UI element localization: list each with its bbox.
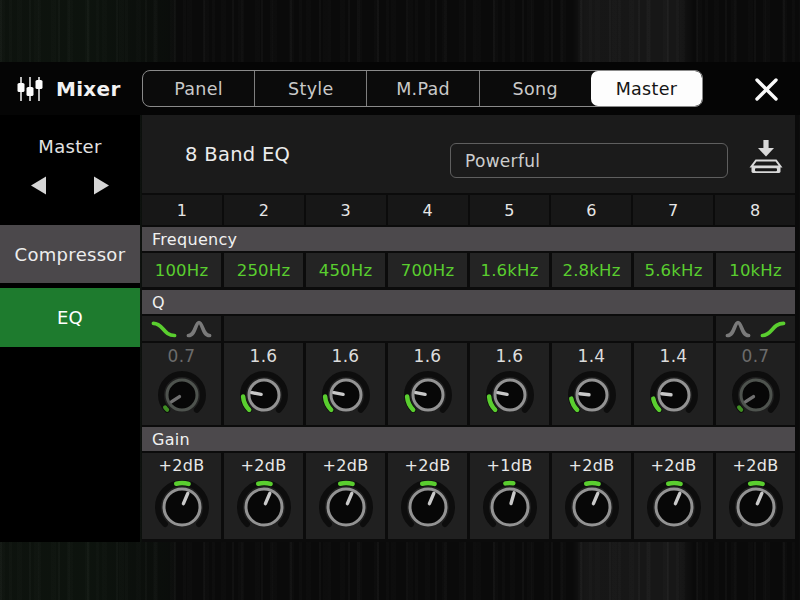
gain-value: +2dB [241, 456, 287, 478]
q-value: 1.6 [496, 346, 524, 369]
filter-type-row [142, 316, 795, 341]
band-6-q-knob[interactable]: 1.4 [552, 343, 631, 425]
eq-title: 8 Band EQ [185, 115, 290, 193]
band-1-frequency[interactable]: 100Hz [142, 253, 221, 287]
gain-value: +2dB [569, 456, 615, 478]
band-3-q-knob[interactable]: 1.6 [306, 343, 385, 425]
gain-value: +2dB [733, 456, 779, 478]
band-7-frequency[interactable]: 5.6kHz [634, 253, 713, 287]
band-2-gain-knob[interactable]: +2dB [224, 453, 303, 539]
gain-value: +2dB [651, 456, 697, 478]
band-number-1: 1 [142, 195, 222, 225]
band-8-filter-type[interactable] [716, 316, 795, 341]
gain-value: +2dB [159, 456, 205, 478]
knob-graphic [645, 478, 703, 536]
sidebar: Master Compress [0, 115, 140, 542]
arrow-right-icon [91, 175, 113, 196]
eq-preset-value: Powerful [465, 151, 540, 171]
eq-preset-selector[interactable]: Powerful [450, 143, 728, 178]
peak-icon [725, 320, 751, 338]
part-selector-arrows [0, 172, 140, 198]
part-prev-button[interactable] [27, 172, 49, 198]
band-number-6: 6 [551, 195, 631, 225]
eq-panel: 8 Band EQ Powerful 123456 [142, 115, 795, 542]
band-number-5: 5 [470, 195, 550, 225]
part-next-button[interactable] [91, 172, 113, 198]
band-4-q-knob[interactable]: 1.6 [388, 343, 467, 425]
knob-graphic [153, 478, 211, 536]
gain-value: +1dB [487, 456, 533, 478]
knob-graphic [402, 369, 454, 421]
frequency-row-header: Frequency [142, 227, 795, 251]
band-1-q-knob[interactable]: 0.7 [142, 343, 221, 425]
part-selector: Master [0, 115, 140, 198]
band-5-q-knob[interactable]: 1.6 [470, 343, 549, 425]
band-4-frequency[interactable]: 700Hz [388, 253, 467, 287]
tab-song[interactable]: Song [479, 71, 591, 106]
band-number-7: 7 [633, 195, 713, 225]
dialog-content: Master Compress [0, 115, 800, 542]
filter-type-spacer [224, 316, 713, 341]
arrow-left-icon [27, 175, 49, 196]
tab-panel[interactable]: Panel [143, 71, 254, 106]
app-title-group: Mixer [0, 75, 127, 103]
mixer-screen: Mixer PanelStyleM.PadSongMaster Master [0, 0, 800, 600]
title-bar: Mixer PanelStyleM.PadSongMaster [0, 62, 800, 115]
q-value: 1.4 [578, 346, 606, 369]
close-icon [753, 76, 780, 103]
knob-graphic [238, 369, 290, 421]
band-1-gain-knob[interactable]: +2dB [142, 453, 221, 539]
knob-graphic [235, 478, 293, 536]
knob-graphic [399, 478, 457, 536]
q-value: 0.7 [742, 346, 770, 369]
band-number-row: 12345678 [142, 195, 795, 225]
band-7-q-knob[interactable]: 1.4 [634, 343, 713, 425]
sidebar-item-compressor[interactable]: Compressor [0, 225, 140, 283]
q-knob-row: 0.71.61.61.61.61.41.40.7 [142, 343, 795, 425]
sidebar-item-eq[interactable]: EQ [0, 288, 140, 347]
band-4-gain-knob[interactable]: +2dB [388, 453, 467, 539]
band-3-gain-knob[interactable]: +2dB [306, 453, 385, 539]
band-5-frequency[interactable]: 1.6kHz [470, 253, 549, 287]
q-value: 1.6 [414, 346, 442, 369]
gain-row-header: Gain [142, 427, 795, 451]
peak-icon [186, 320, 212, 338]
band-8-frequency[interactable]: 10kHz [716, 253, 795, 287]
band-number-8: 8 [715, 195, 795, 225]
band-2-frequency[interactable]: 250Hz [224, 253, 303, 287]
band-1-filter-type[interactable] [142, 316, 221, 341]
band-2-q-knob[interactable]: 1.6 [224, 343, 303, 425]
tab-style[interactable]: Style [254, 71, 366, 106]
tab-mpad[interactable]: M.Pad [366, 71, 478, 106]
band-8-gain-knob[interactable]: +2dB [716, 453, 795, 539]
save-icon [745, 137, 787, 177]
band-7-gain-knob[interactable]: +2dB [634, 453, 713, 539]
q-value: 1.6 [250, 346, 278, 369]
band-6-frequency[interactable]: 2.8kHz [552, 253, 631, 287]
knob-graphic [484, 369, 536, 421]
tab-bar: PanelStyleM.PadSongMaster [142, 70, 703, 107]
band-8-q-knob[interactable]: 0.7 [716, 343, 795, 425]
knob-graphic [648, 369, 700, 421]
close-button[interactable] [746, 73, 786, 105]
save-button[interactable] [743, 135, 789, 179]
knob-graphic [730, 369, 782, 421]
band-3-frequency[interactable]: 450Hz [306, 253, 385, 287]
part-selector-label: Master [0, 136, 140, 160]
band-5-gain-knob[interactable]: +1dB [470, 453, 549, 539]
sidebar-items: CompressorEQ [0, 225, 140, 347]
q-value: 1.6 [332, 346, 360, 369]
q-value: 0.7 [168, 346, 196, 369]
knob-graphic [566, 369, 618, 421]
shelf-rising-icon [760, 320, 786, 338]
knob-graphic [320, 369, 372, 421]
band-6-gain-knob[interactable]: +2dB [552, 453, 631, 539]
eq-header: 8 Band EQ Powerful [142, 115, 795, 193]
tab-master[interactable]: Master [591, 71, 702, 106]
knob-graphic [317, 478, 375, 536]
knob-graphic [481, 478, 539, 536]
mixer-faders-icon [15, 75, 45, 103]
band-number-2: 2 [224, 195, 304, 225]
shelf-falling-icon [151, 320, 177, 338]
knob-graphic [156, 369, 208, 421]
